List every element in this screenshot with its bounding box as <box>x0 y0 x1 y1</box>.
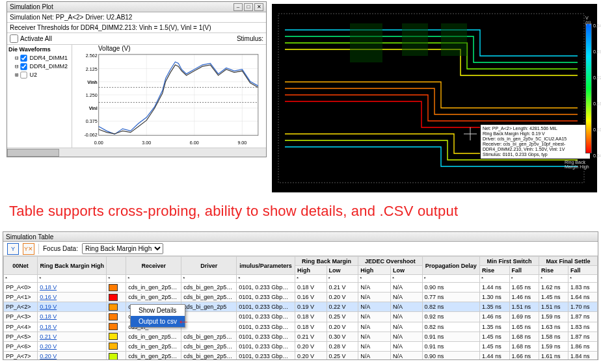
activate-all-checkbox[interactable]: Activate All <box>10 34 52 43</box>
column-header[interactable]: Rise <box>480 266 509 275</box>
plot-titlebar[interactable]: Simulation Plot – □ ✕ <box>7 2 266 12</box>
svg-rect-26 <box>402 23 428 56</box>
clear-filter-button[interactable]: Y✕ <box>23 243 34 255</box>
column-filter-input[interactable] <box>295 275 327 282</box>
chart-svg: -0.0620.375Vinl1.250Vinh2.1252.5620.003.… <box>76 46 262 146</box>
plot-horizontal-scrollbar[interactable] <box>7 148 266 157</box>
column-filter-input[interactable] <box>423 275 480 282</box>
color-legend: V (n) 0.340.280.220.160.100.04 Ring Back… <box>585 23 594 173</box>
die-checkbox[interactable] <box>21 72 27 78</box>
column-filter-input[interactable] <box>510 275 539 282</box>
scrollbar-thumb[interactable] <box>7 149 59 157</box>
column-header[interactable]: Low <box>327 266 358 275</box>
table-toolbar: Y Y✕ Focus Data: Ring Back Margin High <box>3 242 598 256</box>
simulation-table-window: Simulation Table Y Y✕ Focus Data: Ring B… <box>3 231 598 360</box>
simulation-grid[interactable]: 00NetRing Back Margin HighReceiverDriver… <box>3 256 598 359</box>
table-row[interactable]: PP_A<3>0.18 Vcds_in_0101, 0.233 Gbp…0.18… <box>4 312 598 322</box>
table-row[interactable]: PP_A<2>0.19 Vcds_in_gen_2p5cds_bi_gen_2p… <box>4 302 598 312</box>
column-group-header[interactable]: Max Final Settle <box>539 257 597 266</box>
die-tree-item[interactable]: ⊟ DDR4_DIMM2 <box>8 62 70 71</box>
column-group-header[interactable]: Receiver <box>126 257 181 275</box>
column-header[interactable]: Fall <box>568 266 597 275</box>
minimize-button[interactable]: – <box>234 3 243 11</box>
svg-rect-28 <box>350 23 382 62</box>
svg-text:Vinh: Vinh <box>87 80 97 85</box>
column-filter-input[interactable] <box>107 275 126 282</box>
pcb-svg <box>272 4 597 192</box>
die-tree-item[interactable]: ⊞ U2 <box>8 71 70 79</box>
simulation-plot-window: Simulation Plot – □ ✕ Simulation Net: PP… <box>7 1 267 157</box>
column-header[interactable]: Rise <box>539 266 568 275</box>
die-tree-item[interactable]: ⊟ DDR4_DIMM1 <box>8 54 70 62</box>
table-row[interactable]: PP_A<1>0.16 Vcds_in_gen_2p5…cds_bi_gen_2… <box>4 292 598 302</box>
svg-text:1.250: 1.250 <box>86 93 98 98</box>
column-group-header[interactable]: Propagation Delay <box>422 257 480 275</box>
svg-rect-27 <box>441 23 467 56</box>
svg-text:2.562: 2.562 <box>86 53 98 58</box>
column-group-header[interactable]: Min First Switch <box>480 257 539 266</box>
focus-data-label: Focus Data: <box>43 245 78 252</box>
column-group-header[interactable] <box>107 257 126 275</box>
svg-text:9.00: 9.00 <box>237 140 247 146</box>
chart-title: Voltage (V) <box>98 45 130 52</box>
pcb-layout-view[interactable]: Net: PP_A<2> Length: 4281.506 MIL Ring B… <box>272 4 597 192</box>
column-header[interactable]: Fall <box>509 266 539 275</box>
svg-text:Vinl: Vinl <box>89 106 98 111</box>
arrow-annotation-icon: ← <box>177 314 190 329</box>
column-header[interactable]: Low <box>391 266 423 275</box>
column-group-header[interactable]: Ring Back Margin High <box>38 257 107 275</box>
sim-net-line: Simulation Net: PP_A<2> Driver: U2.AB12 <box>7 12 266 23</box>
table-row[interactable]: PP_A<0>0.18 Vcds_in_gen_2p5…cds_bi_gen_2… <box>4 283 598 292</box>
column-filter-input[interactable] <box>539 275 568 282</box>
close-button[interactable]: ✕ <box>254 3 263 11</box>
column-group-header[interactable]: Driver <box>181 257 237 275</box>
svg-text:3.00: 3.00 <box>142 140 151 146</box>
column-filter-input[interactable] <box>480 275 509 282</box>
voltage-chart[interactable]: Voltage (V) -0.0620.375Vinl1.250Vinh2.12… <box>72 45 266 148</box>
plot-title: Simulation Plot <box>10 3 232 10</box>
column-group-header[interactable]: 00Net <box>4 257 38 275</box>
pcb-tooltip: Net: PP_A<2> Length: 4281.506 MIL Ring B… <box>480 124 591 159</box>
die-waveforms-panel: Die Waveforms ⊟ DDR4_DIMM1⊟ DDR4_DIMM2⊞ … <box>7 45 72 148</box>
column-group-header[interactable]: Ring Back Margin <box>295 257 358 266</box>
column-header[interactable]: High <box>295 266 327 275</box>
column-group-header[interactable]: imulus/Parameters <box>237 257 295 275</box>
column-filter-input[interactable] <box>126 275 181 282</box>
column-header[interactable]: High <box>358 266 391 275</box>
die-waveforms-header: Die Waveforms <box>8 46 70 53</box>
svg-text:0.375: 0.375 <box>86 119 98 124</box>
column-filter-input[interactable] <box>237 275 295 282</box>
caption-text: Table supports cross-probing, ability to… <box>9 203 458 220</box>
filter-button[interactable]: Y <box>7 243 19 255</box>
column-filter-input[interactable] <box>181 275 236 282</box>
die-checkbox[interactable] <box>21 55 27 61</box>
svg-text:0.00: 0.00 <box>94 140 103 146</box>
table-titlebar[interactable]: Simulation Table <box>3 232 598 242</box>
column-filter-input[interactable] <box>38 275 106 282</box>
die-checkbox[interactable] <box>21 63 27 70</box>
svg-text:2.125: 2.125 <box>86 67 98 72</box>
column-filter-input[interactable] <box>391 275 422 282</box>
column-filter-input[interactable] <box>568 275 597 282</box>
column-filter-input[interactable] <box>4 275 37 282</box>
receiver-thresholds-line: Receiver Thresholds for DDR4_DIMM2.213: … <box>7 23 266 33</box>
column-group-header[interactable]: JEDEC Overshoot <box>358 257 422 266</box>
svg-text:-0.062: -0.062 <box>84 133 97 138</box>
svg-text:6.00: 6.00 <box>190 140 199 146</box>
maximize-button[interactable]: □ <box>244 3 253 11</box>
table-row[interactable]: PP_A<6>0.20 Vcds_in_gen_2p5…cds_bi_gen_2… <box>4 341 598 351</box>
column-filter-input[interactable] <box>358 275 390 282</box>
table-title: Simulation Table <box>6 233 53 240</box>
activate-all-input[interactable] <box>10 34 18 43</box>
stimulus-label: Stimulus: <box>237 35 263 42</box>
table-row[interactable]: PP_A<4>0.18 Vcds_in_0101, 0.233 Gbp…0.18… <box>4 322 598 332</box>
table-row[interactable]: PP_A<5>0.21 Vcds_in_gen_zp5…cds_bi_gen_z… <box>4 332 598 341</box>
column-filter-input[interactable] <box>327 275 358 282</box>
table-row[interactable]: PP_A<7>0.20 Vcds_in_gen_2p5…cds_bi_gen_2… <box>4 351 598 359</box>
focus-data-select[interactable]: Ring Back Margin High <box>82 243 163 254</box>
